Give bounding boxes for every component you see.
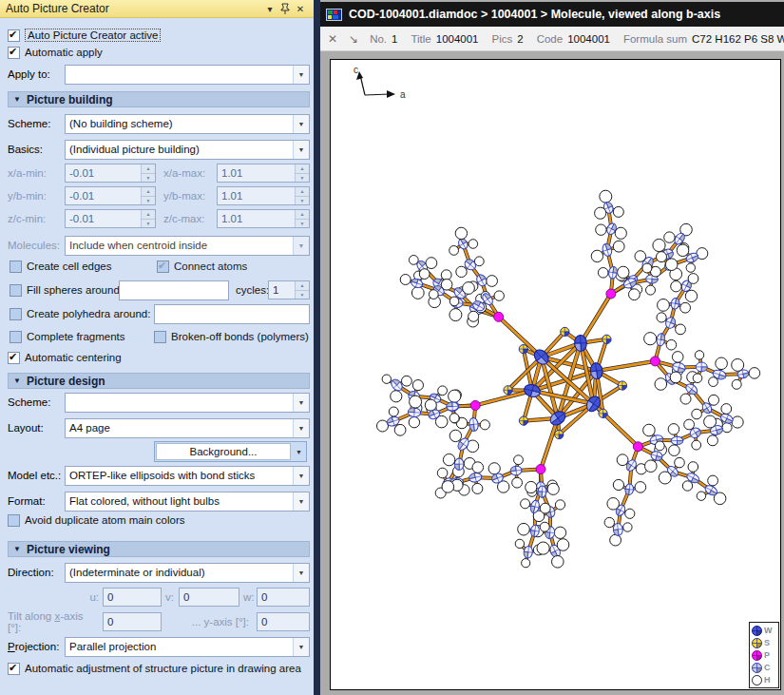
spin-up-icon[interactable]: ▲ [142, 187, 155, 197]
complete-fragments-label[interactable]: Complete fragments [27, 331, 125, 342]
xa-min-spinner[interactable]: -0.01 ▲▼ [65, 164, 156, 183]
auto-picture-creator-active-label[interactable]: Auto Picture Creator active [25, 29, 161, 42]
layout-dropdown[interactable]: A4 page ▼ [65, 418, 310, 438]
avoid-duplicate-checkbox[interactable] [8, 514, 20, 527]
v-field[interactable]: 0 [179, 588, 239, 607]
spin-up-icon[interactable]: ▲ [296, 281, 309, 291]
tilt-y-field[interactable]: 0 [257, 612, 310, 631]
auto-adjust-label[interactable]: Automatic adjustment of structure pictur… [25, 663, 301, 674]
fill-spheres-checkbox[interactable] [10, 284, 22, 297]
polyhedra-input[interactable] [154, 304, 310, 324]
chevron-down-icon[interactable]: ▼ [293, 492, 309, 511]
close-icon[interactable]: ✕ [328, 32, 337, 46]
picture-design-header[interactable]: ▼ Picture design [8, 373, 310, 389]
auto-adjust-checkbox[interactable] [8, 663, 20, 675]
automatic-apply-checkbox[interactable] [8, 47, 20, 59]
chevron-down-icon[interactable]: ▼ [293, 564, 309, 582]
layout-row: Layout: A4 page ▼ [8, 417, 310, 438]
chevron-down-icon[interactable]: ▼ [293, 237, 309, 255]
auto-picture-creator-active-checkbox[interactable] [8, 29, 20, 42]
chevron-down-icon[interactable]: ▼ [293, 115, 309, 133]
zc-max-spinner[interactable]: 1.01 ▲▼ [217, 209, 310, 228]
spin-down-icon[interactable]: ▼ [142, 197, 155, 205]
direction-dropdown[interactable]: (Indeterminate or individual) ▼ [65, 563, 310, 583]
automatic-apply-label[interactable]: Automatic apply [25, 47, 103, 58]
yb-max-spinner[interactable]: 1.01 ▲▼ [217, 186, 310, 205]
apply-to-dropdown[interactable]: ▼ [65, 65, 310, 85]
building-scheme-dropdown[interactable]: (No building scheme) ▼ [65, 114, 310, 134]
spin-up-icon[interactable]: ▲ [142, 210, 155, 220]
chevron-down-icon[interactable]: ▼ [292, 442, 306, 461]
cycles-spinner[interactable]: 1 ▲▼ [268, 280, 310, 299]
connect-atoms-checkbox[interactable] [157, 261, 169, 273]
model-row: Model etc.: ORTEP-like ellipsoids with b… [8, 465, 310, 486]
collapse-triangle-icon: ▼ [13, 545, 21, 553]
yb-min-spinner[interactable]: -0.01 ▲▼ [65, 186, 156, 205]
molecules-dropdown[interactable]: Include when centroid inside ▼ [65, 236, 310, 256]
u-label: u: [70, 591, 99, 603]
broken-off-bonds-label[interactable]: Broken-off bonds (polymers) [171, 331, 309, 342]
projection-dropdown[interactable]: Parallel projection ▼ [65, 637, 310, 657]
w-field[interactable]: 0 [257, 588, 310, 607]
background-button[interactable]: Background... ▼ [154, 441, 307, 462]
chevron-down-icon[interactable]: ▼ [293, 419, 309, 437]
drawing-page[interactable]: c a W S P C H [330, 59, 781, 690]
spin-down-icon[interactable]: ▼ [296, 174, 309, 183]
spinner-arrows[interactable]: ▲▼ [295, 281, 309, 299]
create-cell-edges-label[interactable]: Create cell edges [27, 261, 112, 272]
spin-up-icon[interactable]: ▲ [142, 164, 155, 174]
molecule-drawing [331, 60, 780, 689]
u-field[interactable]: 0 [103, 588, 162, 607]
basics-dropdown[interactable]: (Individual picture building) ▼ [65, 140, 310, 160]
fill-spheres-input[interactable] [119, 280, 229, 300]
automatic-centering-checkbox[interactable] [8, 352, 20, 364]
spin-down-icon[interactable]: ▼ [296, 291, 309, 299]
create-polyhedra-label[interactable]: Create polyhedra around: [27, 308, 150, 319]
chevron-down-icon[interactable]: ▼ [293, 638, 309, 656]
spinner-arrows[interactable]: ▲▼ [295, 210, 309, 227]
cycles-value: 1 [269, 281, 295, 299]
spinner-arrows[interactable]: ▲▼ [141, 210, 155, 227]
format-dropdown[interactable]: Flat colored, without light bulbs ▼ [65, 492, 310, 512]
avoid-duplicate-label[interactable]: Avoid duplicate atom main colors [25, 514, 185, 526]
broken-off-bonds-checkbox[interactable] [154, 331, 166, 343]
chevron-down-icon[interactable]: ▼ [293, 66, 309, 84]
picture-viewing-header[interactable]: ▼ Picture viewing [8, 541, 310, 557]
polyhedra-row: Create polyhedra around: [10, 303, 312, 324]
model-dropdown[interactable]: ORTEP-like ellipsoids with bond sticks ▼ [65, 466, 310, 486]
create-cell-edges-checkbox[interactable] [10, 261, 22, 273]
spin-up-icon[interactable]: ▲ [296, 164, 309, 174]
spinner-arrows[interactable]: ▲▼ [295, 187, 309, 204]
chevron-down-icon[interactable]: ▾ [262, 2, 277, 16]
complete-fragments-checkbox[interactable] [10, 331, 22, 343]
close-icon[interactable]: ✕ [293, 2, 308, 16]
zc-min-spinner[interactable]: -0.01 ▲▼ [65, 209, 156, 228]
chevron-down-icon[interactable]: ▼ [293, 141, 309, 159]
H-atom-icon [751, 674, 763, 686]
spin-down-icon[interactable]: ▼ [142, 174, 155, 183]
spin-down-icon[interactable]: ▼ [142, 220, 155, 228]
spinner-arrows[interactable]: ▲▼ [295, 164, 309, 182]
create-polyhedra-checkbox[interactable] [10, 308, 22, 320]
spin-up-icon[interactable]: ▲ [296, 210, 309, 220]
spinner-arrows[interactable]: ▲▼ [141, 187, 155, 204]
yb-min-value: -0.01 [66, 187, 141, 204]
automatic-centering-label[interactable]: Automatic centering [25, 352, 122, 363]
panel-splitter[interactable] [314, 0, 320, 695]
picture-building-header[interactable]: ▼ Picture building [8, 91, 310, 107]
xa-max-spinner[interactable]: 1.01 ▲▼ [217, 164, 310, 183]
connect-atoms-label[interactable]: Connect atoms [174, 261, 247, 272]
pin-icon[interactable] [277, 2, 293, 16]
design-scheme-dropdown[interactable]: ▼ [65, 393, 310, 413]
spin-down-icon[interactable]: ▼ [296, 220, 309, 228]
fill-spheres-label[interactable]: Fill spheres around: [27, 284, 123, 296]
arrow-southeast-icon[interactable]: ↘ [349, 32, 358, 46]
xa-max-label: x/a-max: [163, 167, 217, 179]
tilt-x-field[interactable]: 0 [103, 612, 162, 631]
spin-up-icon[interactable]: ▲ [296, 187, 309, 197]
spin-down-icon[interactable]: ▼ [296, 197, 309, 205]
spinner-arrows[interactable]: ▲▼ [141, 164, 155, 182]
chevron-down-icon[interactable]: ▼ [293, 394, 309, 412]
zc-max-value: 1.01 [218, 210, 295, 227]
chevron-down-icon[interactable]: ▼ [293, 467, 309, 485]
